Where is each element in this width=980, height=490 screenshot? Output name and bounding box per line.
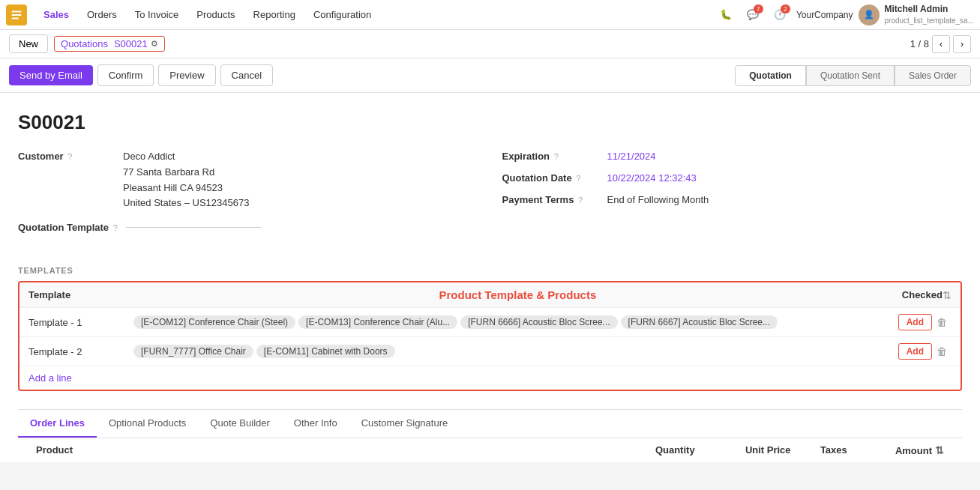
quotation-template-value[interactable] [126,226,261,228]
user-sub: product_list_template_sa... [884,16,974,25]
status-sales-order[interactable]: Sales Order [895,65,971,86]
payment-terms-value[interactable]: End of Following Month [607,193,709,208]
tabs-bar: Order Lines Optional Products Quote Buil… [18,409,962,438]
tab-quote-builder[interactable]: Quote Builder [198,410,282,438]
document-title: S00021 [18,111,962,134]
table-row: Template - 2 [FURN_7777] Office Chair [E… [19,337,961,366]
chat-badge: 7 [754,4,763,13]
product-tag: [E-COM11] Cabinet with Doors [256,345,395,358]
quotation-date-field: Quotation Date ? 10/22/2024 12:32:43 [502,171,963,187]
pagination-text: 1 / 8 [910,38,929,49]
confirm-button[interactable]: Confirm [97,64,154,86]
payment-terms-help-icon[interactable]: ? [578,196,583,205]
chat-icon[interactable]: 💬 7 [742,4,763,25]
sort-icon[interactable]: ⇅ [943,289,952,301]
pagination: 1 / 8 ‹ › [910,35,971,53]
product-tag: [FURN 6667] Acoustic Bloc Scree... [621,315,778,329]
app-logo [6,4,27,25]
product-template-title: Product Template & Products [133,288,902,301]
template-2-delete-button[interactable]: 🗑 [932,344,952,359]
nav-sales[interactable]: Sales [36,4,76,25]
activity-badge: 2 [781,4,790,13]
nav-reporting[interactable]: Reporting [246,4,303,25]
tab-optional-products[interactable]: Optional Products [97,410,198,438]
template-1-delete-button[interactable]: 🗑 [932,315,952,330]
status-pipeline: Quotation Quotation Sent Sales Order [735,65,971,86]
customer-address1: 77 Santa Barbara Rd [123,165,249,181]
expiration-field: Expiration ? 11/21/2024 [502,149,963,165]
col-product: Product [36,444,655,456]
customer-value: Deco Addict 77 Santa Barbara Rd Pleasant… [123,149,249,211]
col-unit-price: Unit Price [745,444,820,456]
template-2-products: [FURN_7777] Office Chair [E-COM11] Cabin… [133,345,898,358]
send-email-button[interactable]: Send by Email [9,65,93,85]
template-1-products: [E-COM12] Conference Chair (Steel) [E-CO… [133,315,898,329]
tab-order-lines[interactable]: Order Lines [18,410,97,438]
product-tag: [FURN_7777] Office Chair [133,345,253,358]
col-template-header: Template [28,289,133,300]
product-tag: [FURN 6666] Acoustic Bloc Scree... [460,315,617,329]
status-quotation[interactable]: Quotation [735,65,806,86]
templates-table: Template Product Template & Products Che… [18,281,962,391]
nav-configuration[interactable]: Configuration [306,4,379,25]
col-taxes: Taxes [820,444,895,456]
col-checked-header: Checked [902,289,943,300]
quotation-template-field: Quotation Template ? [18,220,478,233]
template-2-add-button[interactable]: Add [898,343,932,360]
payment-terms-field: Payment Terms ? End of Following Month [502,193,963,208]
quotation-date-value[interactable]: 10/22/2024 12:32:43 [607,171,697,187]
user-name: Mitchell Admin [884,4,974,16]
amount-sort-icon[interactable]: ⇅ [935,444,944,456]
col-quantity: Quantity [655,444,745,456]
quotation-template-help-icon[interactable]: ? [113,223,118,232]
templates-section-label: TEMPLATES [18,266,962,275]
nav-orders[interactable]: Orders [79,4,124,25]
action-bar: Send by Email Confirm Preview Cancel Quo… [0,58,980,93]
add-line-link[interactable]: Add a line [28,372,72,384]
breadcrumb-id: S00021 [114,38,148,49]
breadcrumb-bar: New Quotations S00021 ⚙ 1 / 8 ‹ › [0,30,980,58]
debug-icon[interactable]: 🐛 [715,4,736,25]
avatar: 👤 [859,4,880,25]
template-1-name: Template - 1 [28,317,133,328]
cancel-button[interactable]: Cancel [220,64,273,86]
table-row: Template - 1 [E-COM12] Conference Chair … [19,308,961,337]
customer-address2: Pleasant Hill CA 94523 [123,181,249,196]
preview-button[interactable]: Preview [158,64,215,86]
nav-products[interactable]: Products [189,4,242,25]
quotation-date-help-icon[interactable]: ? [576,174,580,183]
status-quotation-sent[interactable]: Quotation Sent [806,65,895,86]
customer-field: Customer ? Deco Addict 77 Santa Barbara … [18,149,478,211]
template-1-add-button[interactable]: Add [898,314,932,330]
product-tag: [E-COM13] Conference Chair (Alu... [298,315,457,329]
new-button[interactable]: New [9,34,48,53]
table-columns-header: Product Quantity Unit Price Taxes Amount… [18,438,962,462]
add-line-row: Add a line [19,366,961,390]
nav-to-invoice[interactable]: To Invoice [127,4,187,25]
expiration-value[interactable]: 11/21/2024 [607,149,656,165]
tab-other-info[interactable]: Other Info [282,410,349,438]
main-content: S00021 Customer ? Deco Addict 77 Santa B… [0,93,980,462]
product-tag: [E-COM12] Conference Chair (Steel) [133,315,295,329]
prev-page-button[interactable]: ‹ [932,35,950,53]
gear-icon[interactable]: ⚙ [151,39,158,49]
col-amount: Amount ⇅ [895,444,944,456]
next-page-button[interactable]: › [953,35,971,53]
breadcrumb-label: Quotations [61,38,108,49]
expiration-help-icon[interactable]: ? [554,152,559,161]
breadcrumb-link[interactable]: Quotations S00021 ⚙ [54,36,165,52]
company-name: YourCompany [796,10,853,20]
customer-address3: United States – US12345673 [123,196,249,211]
template-2-name: Template - 2 [28,346,133,357]
activity-icon[interactable]: 🕐 2 [769,4,790,25]
user-menu[interactable]: 👤 Mitchell Admin product_list_template_s… [859,4,974,25]
tab-customer-signature[interactable]: Customer Signature [349,410,460,438]
top-nav: Sales Orders To Invoice Products Reporti… [0,0,980,30]
form-grid: Customer ? Deco Addict 77 Santa Barbara … [18,149,962,251]
customer-help-icon[interactable]: ? [67,152,72,161]
customer-name[interactable]: Deco Addict [123,149,249,165]
templates-table-header: Template Product Template & Products Che… [19,282,961,308]
